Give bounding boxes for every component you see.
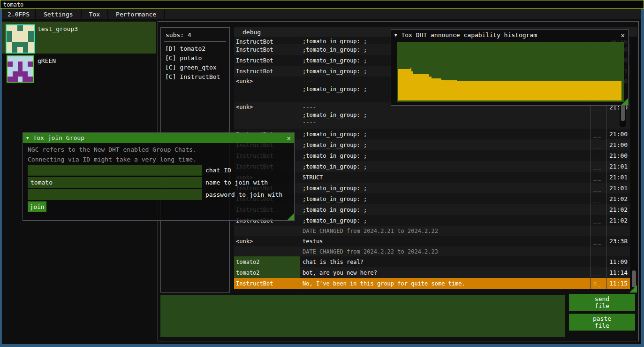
join-password-input[interactable] [28,189,202,200]
avatar-pixel [18,71,23,77]
menu-item-settings[interactable]: Settings [36,9,82,19]
flag-glyph: _ [598,131,602,138]
message-text: ;tomato_in_group: ; [300,150,591,161]
avatar-pixel [23,67,28,72]
histogram-bar-segment [457,81,621,100]
message-flags: __ [591,215,607,226]
collapse-icon[interactable]: ▼ [26,136,29,140]
chat-message-row[interactable]: tomato2chat is this real?__11:09 [234,256,630,267]
member-item[interactable]: [D] tomato2 [165,45,205,52]
message-flags: __ [591,236,607,247]
menu-item-tox[interactable]: Tox [82,9,108,19]
chat-message-row[interactable]: <unk>---- ;tomato_in_group: ; ----__21:0… [234,102,630,129]
chat-message-row[interactable]: <unk>testus__23:38 [234,236,630,247]
chat-scrollbar[interactable] [630,37,637,289]
sidebar-group-test_group3[interactable]: test_group3 [2,22,156,54]
histogram-bars [398,44,621,100]
join-button[interactable]: join [28,201,46,212]
timestamp-text: 21:00 [609,152,628,159]
message-content: No, I've been in this group for quite so… [303,280,465,287]
join-window-titlebar[interactable]: ▼ Tox join Group ✕ [23,133,294,143]
message-author: <unk> [234,77,300,102]
message-text: ;tomato_in_group: ; [300,129,591,139]
join-window-resize-grip[interactable] [287,213,294,220]
message-flags: __ [591,267,607,278]
avatar-pixel [23,42,29,47]
timestamp-text: 11:09 [609,258,628,265]
avatar-pixel [28,25,34,31]
member-name: potato [180,54,202,62]
flag-glyph: _ [593,174,598,181]
join-window-title: Tox join Group [33,134,84,141]
message-author [234,226,300,236]
sidebar-group-green[interactable]: gREEN [2,54,156,80]
menu-bar: 2.0FPS Settings Tox Performance [2,9,641,19]
paste-file-button[interactable]: paste file [569,314,635,331]
message-flags: __ [591,150,607,161]
menu-item-performance[interactable]: Performance [108,9,165,19]
avatar-pixel [23,56,28,62]
member-name: InstructBot [180,73,220,80]
message-flags: __ [591,102,607,129]
member-item[interactable]: [C] InstructBot [165,73,220,80]
chat-message-row[interactable]: DATE CHANGED from 2024.2.22 to 2024.2.23 [234,247,630,256]
author-text: tomato2 [236,270,260,276]
avatar-pixel [17,47,23,53]
message-input[interactable] [160,295,565,337]
close-icon[interactable]: ✕ [621,31,625,39]
flag-glyph: _ [593,163,598,170]
message-timestamp [607,226,629,236]
avatar-pixel [7,42,12,47]
message-timestamp: 21:02 [607,193,629,204]
wm-titlebar[interactable]: tomato [0,0,644,9]
join-note-line: NGC refers to the New DHT enabled Group … [28,146,197,153]
message-timestamp: 21:00 [607,139,629,150]
group-avatar [6,24,35,54]
message-text: ;tomato_in_group: ; [300,183,591,193]
avatar-pixel [28,67,33,72]
flag-glyph: _ [598,207,602,213]
member-item[interactable]: [C] potato [165,54,202,62]
message-timestamp [607,247,629,256]
hist-window-resize-grip[interactable] [621,98,628,105]
avatar-pixel [18,62,23,67]
chat-message-row[interactable]: InstructBotNo, I've been in this group f… [234,278,630,289]
message-content: ---- ;tomato_in_group: ; ---- [303,104,367,126]
hist-window-titlebar[interactable]: ▼ Tox DHT announce capability histogram … [391,30,628,40]
close-icon[interactable]: ✕ [287,134,291,142]
avatar-pixel [8,71,13,77]
chat-message-row[interactable]: DATE CHANGED from 2024.2.21 to 2024.2.22 [234,226,630,236]
chat-message-row[interactable]: tomato2bot, are you new here?__11:14 [234,267,630,278]
chat-id-input[interactable] [28,165,202,176]
collapse-icon[interactable]: ▼ [394,33,397,38]
timestamp-text: 21:01 [609,185,628,192]
avatar-pixel [13,77,18,82]
group-avatar [7,55,34,83]
member-item[interactable]: [C] green_qtox [165,64,217,71]
message-flags: __ [591,172,607,183]
avatar-pixel [13,56,18,62]
timestamp-text: 21:01 [609,174,628,181]
author-text: InstructBot [236,68,273,75]
flag-glyph: _ [593,153,598,159]
message-author: <unk> [234,102,300,129]
message-flags: __ [591,256,607,267]
chat-resize-grip[interactable] [629,285,637,293]
timestamp-text: 21:02 [609,195,628,202]
avatar-pixel [23,36,29,42]
message-author: tomato2 [234,256,300,267]
avatar-pixel [23,47,29,53]
join-name-input[interactable] [28,177,202,188]
message-content: ;tomato_in_group: ; [303,195,367,203]
message-content: ;tomato_in_group: ; [303,141,367,149]
message-content: ;tomato_in_group: ; [303,131,367,138]
separator [164,41,226,42]
message-content: ---- ;tomato_in_group: ; ---- [303,78,367,100]
message-flags: __ [591,139,607,150]
message-text: ;tomato_in_group: ; [300,215,591,226]
dht-histogram-window: ▼ Tox DHT announce capability histogram … [391,29,629,106]
flag-glyph: _ [598,174,602,181]
timestamp-text: 21:00 [609,141,628,148]
avatar-pixel [23,62,28,67]
send-file-button[interactable]: send file [569,294,635,311]
